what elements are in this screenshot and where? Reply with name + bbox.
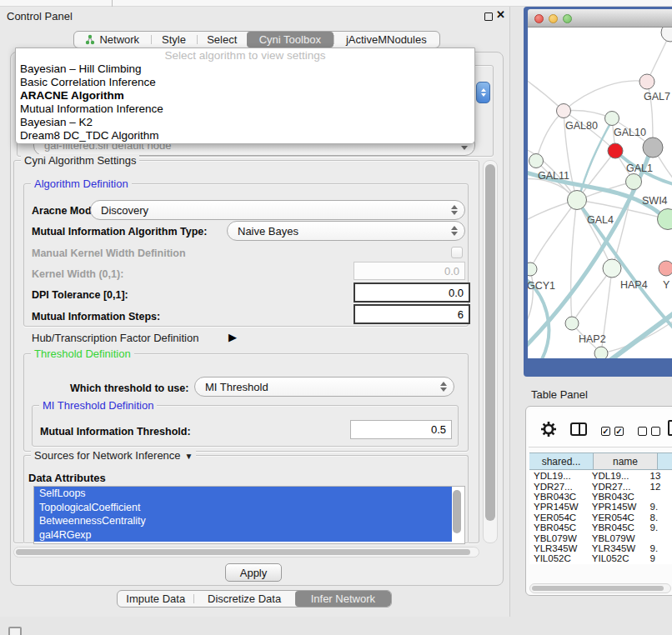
aracne-mode-select[interactable]: Discovery [90, 200, 465, 220]
data-attributes-list[interactable]: SelfLoopsTopologicalCoefficientBetweenne… [33, 486, 465, 544]
settings-vscroll-thumb[interactable] [485, 164, 495, 521]
attribute-list-item[interactable]: SelfLoops [34, 487, 452, 501]
column-header-A[interactable]: A [658, 452, 672, 470]
mi-type-select[interactable]: Naive Bayes [227, 221, 465, 241]
which-threshold-select[interactable]: MI Threshold [194, 377, 454, 397]
network-node-gcy1[interactable] [528, 262, 537, 276]
tab-select[interactable]: Select [197, 32, 247, 48]
table-row[interactable]: YBL079WYBL079W [529, 532, 672, 542]
algorithm-option[interactable]: Bayesian – Hill Climbing [16, 62, 474, 76]
tab-network[interactable]: Network [74, 32, 151, 48]
network-node-gal10[interactable] [605, 112, 619, 126]
export-table-icon[interactable] [668, 420, 672, 436]
algorithm-option[interactable]: Basic Correlation Inference [16, 76, 474, 89]
kernel-width-field[interactable]: 0.0 [354, 262, 465, 280]
table-hscroll-thumb[interactable] [532, 586, 664, 591]
column-header-shared[interactable]: shared... [529, 452, 594, 470]
table-horizontal-scrollbar[interactable] [529, 583, 671, 593]
algorithm-option[interactable]: Mutual Information Inference [16, 102, 474, 116]
manual-kernel-checkbox[interactable] [451, 247, 463, 258]
network-edge[interactable] [536, 111, 564, 161]
table-cell: 9. [646, 543, 672, 553]
column-header-name[interactable]: name [594, 452, 658, 470]
network-node-gal7[interactable] [639, 74, 654, 89]
tab-style[interactable]: Style [151, 32, 198, 48]
dpi-tolerance-field[interactable]: 0.0 [354, 282, 470, 302]
settings-hscroll-thumb[interactable] [16, 549, 470, 555]
network-edge[interactable] [528, 269, 533, 328]
table-row[interactable]: YER054CYER054C8. [529, 512, 672, 522]
table-cell: YPR145W [588, 502, 646, 512]
network-node-hap2[interactable] [565, 317, 579, 330]
apply-button[interactable]: Apply [225, 563, 282, 582]
tab-impute-data[interactable]: Impute Data [118, 591, 193, 607]
table-row[interactable]: YDR27...YDR27...12 [529, 481, 672, 491]
hub-expand-arrow-icon[interactable]: ▶ [228, 331, 237, 343]
sources-collapse-arrow-icon[interactable]: ▼ [185, 452, 193, 461]
table-row[interactable]: YIL052CYIL052C9 [529, 553, 672, 563]
network-node-gal80[interactable] [557, 104, 571, 118]
network-window-titlebar[interactable] [528, 9, 672, 28]
algorithm-option[interactable]: Bayesian – K2 [16, 116, 474, 129]
attribute-list-item[interactable]: BetweennessCentrality [34, 514, 452, 528]
tab-discretize-data[interactable]: Discretize Data [193, 591, 294, 607]
close-icon[interactable]: ✕ [496, 9, 505, 21]
table-cell: YDR27... [588, 482, 646, 492]
table-row[interactable]: YBR043CYBR043C [529, 492, 672, 502]
select-all-check-icon[interactable]: ✓ [614, 427, 624, 436]
settings-group-title: Cyni Algorithm Settings [21, 154, 139, 167]
table-row[interactable]: YDL19...YDL19...13 [529, 471, 672, 481]
algorithm-option[interactable]: ARACNE Algorithm [16, 89, 474, 102]
network-node-gal4[interactable] [568, 191, 587, 210]
network-node[interactable] [608, 143, 623, 158]
algorithm-select-arrows-icon[interactable] [476, 82, 490, 103]
zoom-traffic-light-icon[interactable] [563, 14, 572, 23]
hub-definition-label[interactable]: Hub/Transcription Factor Definition [32, 332, 198, 344]
table-cell: 9 [646, 553, 672, 563]
attribute-list-item[interactable]: gal4RGexp [34, 528, 452, 542]
mi-threshold-label: Mutual Information Threshold: [40, 426, 191, 438]
float-window-icon[interactable] [484, 12, 493, 21]
close-traffic-light-icon[interactable] [534, 14, 544, 23]
network-canvas[interactable]: GAL7GAL80GAL10GAL11GAL1SWI4GAL4GCY1HAP4Y… [528, 28, 672, 358]
network-node[interactable] [594, 347, 608, 358]
select-all-check-icon[interactable]: ✓ [601, 427, 610, 436]
network-edge[interactable] [571, 200, 577, 323]
settings-vertical-scrollbar[interactable] [483, 160, 498, 543]
tab-infer-network[interactable]: Infer Network [295, 591, 391, 607]
network-edge[interactable] [530, 200, 577, 269]
table-row[interactable]: YPR145WYPR145W9. [529, 502, 672, 512]
network-node[interactable] [643, 138, 663, 158]
node-label: GAL4 [587, 214, 614, 226]
table-row[interactable]: YBR045CYBR045C9. [529, 522, 672, 532]
deselect-all-icon[interactable] [638, 427, 647, 436]
algorithm-popup: Select algorithm to view settings Bayesi… [15, 48, 475, 144]
settings-horizontal-scrollbar[interactable] [13, 547, 479, 558]
table-cell: YDL19... [588, 471, 646, 481]
minimize-traffic-light-icon[interactable] [549, 14, 558, 23]
list-scrollbar-thumb[interactable] [453, 490, 461, 533]
network-graph[interactable]: GAL7GAL80GAL10GAL11GAL1SWI4GAL4GCY1HAP4Y… [528, 28, 672, 358]
network-node-hap4[interactable] [603, 259, 621, 278]
attribute-list-item[interactable]: TopologicalCoefficient [34, 501, 452, 515]
network-edge[interactable] [564, 81, 647, 111]
dock-chip[interactable] [8, 627, 22, 635]
tab-cyni-toolbox[interactable]: Cyni Toolbox [247, 32, 333, 48]
algorithm-option[interactable]: Dream8 DC_TDC Algorithm [16, 129, 474, 142]
control-panel-tabbar: NetworkStyleSelectCyni ToolboxjActiveMNo… [73, 31, 440, 48]
threshold-definition-title: Threshold Definition [31, 348, 134, 360]
network-node-gal11[interactable] [529, 154, 544, 168]
mi-threshold-field[interactable]: 0.5 [350, 420, 452, 439]
table-toolbar: ✓ ✓ [529, 409, 672, 448]
mi-steps-field[interactable]: 6 [354, 304, 470, 324]
deselect-all-icon[interactable] [651, 427, 660, 436]
network-node-y[interactable] [659, 261, 672, 276]
tab-jactivemnodules[interactable]: jActiveMNodules [333, 32, 439, 48]
network-node[interactable] [661, 28, 672, 42]
table-row[interactable]: YLR345WYLR345W9. [529, 543, 672, 553]
combo-arrows-icon [437, 382, 454, 392]
column-browser-icon[interactable] [570, 422, 587, 436]
mi-steps-label: Mutual Information Steps: [32, 311, 160, 322]
network-node-gal1[interactable] [626, 174, 642, 190]
gear-icon[interactable] [540, 421, 557, 438]
